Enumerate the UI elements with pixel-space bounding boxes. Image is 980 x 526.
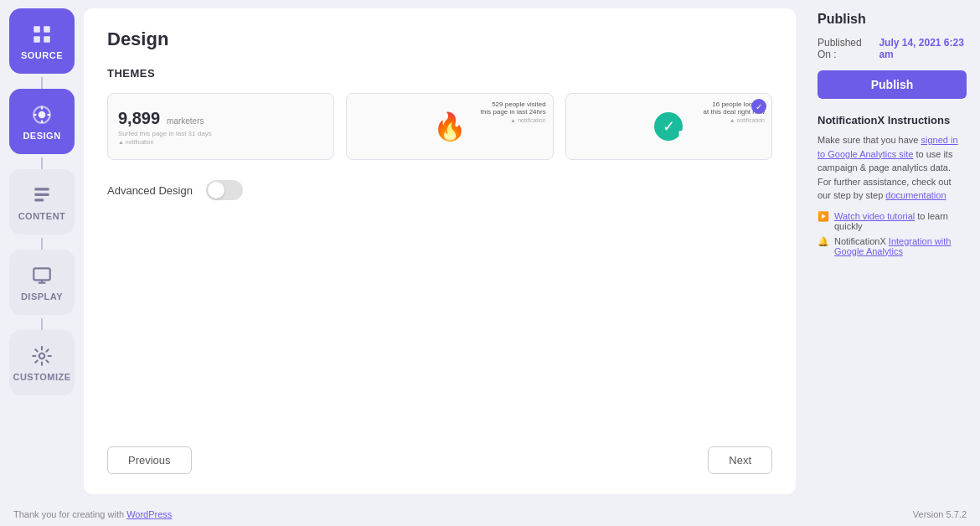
svg-point-16 (39, 353, 45, 358)
nav-buttons: Previous Next (107, 446, 772, 474)
theme-stat-desc: Surfed this page in last 31 days (118, 130, 212, 137)
design-icon (30, 103, 54, 126)
svg-rect-3 (44, 36, 50, 43)
svg-rect-0 (34, 26, 40, 33)
published-on-label: Published On : (818, 37, 874, 60)
wordpress-link[interactable]: WordPress (126, 509, 172, 519)
published-date: July 14, 2021 6:23 am (879, 37, 967, 60)
toggle-knob (208, 182, 224, 199)
svg-rect-1 (44, 26, 50, 33)
svg-rect-2 (34, 36, 40, 43)
integration-link-row: 🔔 NotificationX Integration with Google … (818, 236, 967, 256)
check-area: ✓ ↖ (654, 112, 683, 141)
flame-icon: 🔥 (433, 111, 467, 142)
theme-card-check[interactable]: ✓ ↖ 16 people looking at this deal right… (565, 93, 772, 160)
themes-grid: 9,899 marketers Surfed this page in last… (107, 93, 772, 160)
svg-rect-12 (34, 199, 44, 201)
published-on-row: Published On : July 14, 2021 6:23 am (818, 37, 967, 60)
publish-button[interactable]: Publish (818, 70, 967, 99)
sidebar: SOURCE DESIGN (0, 0, 84, 503)
video-link-row: ▶️ Watch video tutorial to learn quickly (818, 211, 967, 231)
sidebar-label-display: DISPLAY (21, 291, 63, 302)
footer-thanks: Thank you for creating with WordPress (13, 509, 172, 519)
sidebar-item-customize[interactable]: CUSTOMIZE (9, 330, 75, 395)
right-panel: Publish Published On : July 14, 2021 6:2… (804, 0, 980, 503)
version-text: Version 5.7.2 (913, 509, 967, 519)
selected-badge: ✓ (751, 99, 766, 114)
footer: Thank you for creating with WordPress Ve… (0, 503, 980, 526)
connector-1 (41, 77, 43, 89)
sidebar-item-content[interactable]: CONTENT (9, 169, 75, 235)
page-title: Design (107, 28, 772, 50)
theme-card-analytics[interactable]: 9,899 marketers Surfed this page in last… (107, 93, 334, 160)
theme-card-1-content: 9,899 marketers Surfed this page in last… (118, 109, 212, 145)
svg-rect-11 (34, 193, 49, 195)
content-icon (30, 183, 54, 207)
svg-rect-10 (34, 188, 49, 190)
integration-emoji: 🔔 (818, 236, 829, 247)
cursor-icon: ↖ (677, 126, 689, 144)
sidebar-label-customize: CUSTOMIZE (13, 372, 70, 382)
theme-notification-1: ▲ notification (118, 139, 212, 145)
video-tutorial-link[interactable]: Watch video tutorial (834, 211, 915, 221)
connector-4 (41, 318, 43, 330)
advanced-design-label: Advanced Design (107, 184, 193, 197)
publish-heading: Publish (818, 12, 967, 27)
themes-label: THEMES (107, 67, 772, 80)
connector-3 (41, 238, 43, 250)
svg-rect-13 (34, 268, 50, 280)
instructions-heading: NotificationX Instructions (818, 114, 967, 126)
connector-2 (41, 157, 43, 169)
video-icon: ▶️ (818, 211, 829, 222)
display-icon (30, 264, 54, 287)
svg-point-4 (39, 111, 46, 118)
advanced-design-row: Advanced Design (107, 180, 772, 200)
advanced-design-toggle[interactable] (206, 180, 243, 200)
previous-button[interactable]: Previous (107, 446, 192, 474)
instructions-text: Make sure that you have signed in to Goo… (818, 133, 967, 203)
next-button[interactable]: Next (708, 446, 772, 474)
sidebar-label-design: DESIGN (23, 131, 60, 141)
source-icon (30, 23, 54, 46)
sidebar-item-design[interactable]: DESIGN (9, 89, 75, 154)
sidebar-label-content: CONTENT (18, 211, 66, 221)
main-content: Design THEMES 9,899 marketers Surfed thi… (84, 8, 796, 494)
theme-stat-label: marketers (167, 116, 204, 126)
theme-stat-number: 9,899 (118, 109, 160, 128)
fire-overlay: 529 people visited this page in last 24h… (481, 101, 546, 123)
sidebar-item-display[interactable]: DISPLAY (9, 250, 75, 315)
customize-icon (30, 344, 54, 368)
sidebar-label-source: SOURCE (21, 50, 63, 60)
sidebar-item-source[interactable]: SOURCE (9, 8, 75, 74)
documentation-link[interactable]: documentation (885, 190, 946, 200)
check-circle-icon: ✓ ↖ (654, 112, 683, 141)
theme-card-fire[interactable]: 🔥 529 people visited this page in last 2… (346, 93, 553, 160)
